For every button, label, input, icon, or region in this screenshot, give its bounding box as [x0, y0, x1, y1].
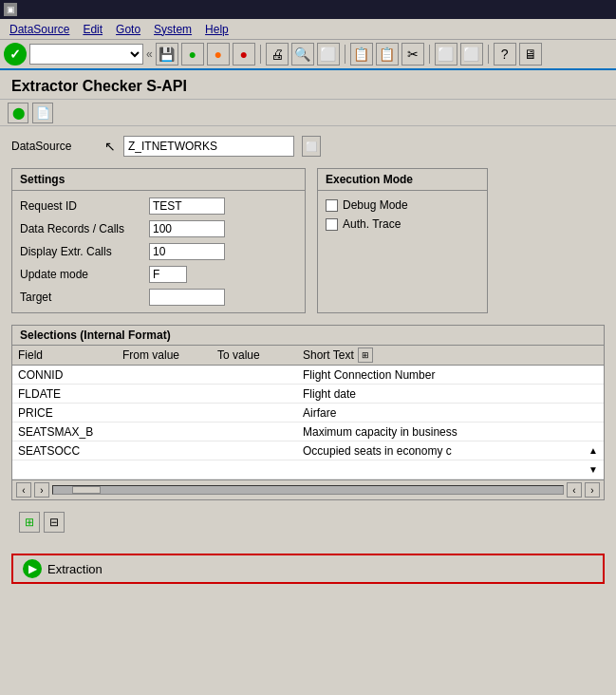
cell-short-1: Flight date [297, 385, 604, 404]
copy-icon[interactable]: 📋 [350, 43, 373, 66]
save-icon[interactable]: 💾 [156, 43, 178, 66]
cell-to-4[interactable] [212, 441, 297, 460]
menu-system[interactable]: System [148, 21, 197, 38]
find-next-icon[interactable]: ⬜ [317, 43, 340, 66]
settings-val-4[interactable] [149, 289, 225, 306]
cancel-icon[interactable]: ● [233, 43, 255, 66]
two-panel: Settings Request ID Data Records / Calls… [11, 168, 605, 313]
extraction-btn-label: Extraction [47, 562, 103, 576]
find-icon[interactable]: 🔍 [291, 43, 314, 66]
cell-from-4[interactable] [117, 441, 212, 460]
menu-datasource[interactable]: DataSource [4, 21, 75, 38]
settings-title: Settings [12, 169, 305, 191]
help-icon[interactable]: ? [494, 43, 516, 66]
settings-key-0: Request ID [16, 199, 149, 213]
bottom-btn-2[interactable]: ⊟ [44, 512, 65, 533]
exec-title: Execution Mode [318, 169, 487, 191]
settings-key-3: Update mode [16, 268, 149, 281]
command-select[interactable] [29, 44, 143, 65]
cell-empty-short: ▼ [297, 460, 604, 479]
bottom-toolbar: ⊞ ⊟ [11, 508, 605, 536]
print-icon[interactable]: 🖨 [266, 43, 289, 66]
cell-field-1: FLDATE [12, 385, 117, 404]
auth-trace-row: Auth. Trace [326, 217, 479, 231]
sub-toolbar: ⬤ 📄 [0, 100, 616, 126]
scroll-down-indicator: ▼ [588, 464, 598, 475]
col-header-field: Field [12, 346, 117, 366]
bottom-btn-1[interactable]: ⊞ [19, 512, 40, 533]
selections-table: Field From value To value Short Text ⊞ [12, 346, 604, 479]
settings-val-0[interactable] [149, 197, 225, 215]
cell-from-0[interactable] [117, 366, 212, 385]
sep2 [345, 45, 345, 64]
settings-key-1: Data Records / Calls [16, 222, 149, 235]
scroll-end-left-btn[interactable]: ‹ [567, 482, 582, 498]
settings-table: Request ID Data Records / Calls Display … [12, 191, 305, 312]
grid-settings-icon[interactable]: ⊞ [358, 348, 373, 363]
scroll-right-btn[interactable]: › [34, 482, 49, 498]
window-icon1[interactable]: ⬜ [435, 43, 457, 66]
col-header-from: From value [117, 346, 212, 366]
sub-btn-1[interactable]: ⬤ [8, 103, 28, 123]
sep4 [488, 45, 489, 64]
cell-from-1[interactable] [117, 385, 212, 404]
cell-short-0: Flight Connection Number [297, 366, 604, 385]
settings-val-1[interactable] [149, 220, 225, 237]
extraction-area: ▶ Extraction [0, 546, 616, 592]
datasource-popup-btn[interactable]: ⬜ [302, 136, 321, 157]
cell-field-3: SEATSMAX_B [12, 423, 117, 441]
cell-from-3[interactable] [117, 423, 212, 441]
page-title-bar: Extractor Checker S-API [0, 70, 616, 100]
back-icon: « [146, 47, 153, 61]
table-row: FLDATE Flight date [12, 385, 604, 404]
col-header-short: Short Text ⊞ [297, 346, 604, 366]
cell-empty-to[interactable] [212, 460, 297, 479]
window-icon2[interactable]: ⬜ [460, 43, 483, 66]
sep1 [260, 45, 261, 64]
execution-mode-panel: Execution Mode Debug Mode Auth. Trace [317, 168, 488, 313]
datasource-label: DataSource [11, 140, 97, 153]
scroll-track[interactable] [52, 485, 564, 495]
cell-field-4: SEATSOCC [12, 441, 117, 460]
cell-field-0: CONNID [12, 366, 117, 385]
exec-content: Debug Mode Auth. Trace [318, 191, 487, 238]
cell-to-1[interactable] [212, 385, 297, 404]
menu-goto[interactable]: Goto [110, 21, 146, 38]
cell-from-2[interactable] [117, 404, 212, 423]
settings-panel: Settings Request ID Data Records / Calls… [11, 168, 306, 313]
extraction-button[interactable]: ▶ Extraction [11, 554, 605, 584]
title-bar: ▣ [0, 0, 616, 19]
settings-key-4: Target [16, 291, 149, 304]
scroll-end-right-btn[interactable]: › [585, 482, 600, 498]
auth-trace-checkbox[interactable] [326, 218, 338, 231]
settings-val-2[interactable] [149, 243, 225, 260]
datasource-input[interactable]: Z_ITNETWORKS [123, 136, 294, 157]
settings-val-3[interactable] [149, 266, 187, 283]
cell-empty-from[interactable] [117, 460, 212, 479]
settings-row-0: Request ID [16, 195, 301, 217]
scroll-up-indicator: ▲ [588, 445, 598, 456]
cell-short-4: Occupied seats in economy c ▲ [297, 441, 604, 460]
table-row-empty: ▼ [12, 460, 604, 479]
monitor-icon[interactable]: 🖥 [519, 43, 542, 66]
menu-edit[interactable]: Edit [77, 21, 108, 38]
cut-icon[interactable]: ✂ [401, 43, 424, 66]
execute-icon[interactable]: ● [181, 43, 204, 66]
check-button[interactable]: ✓ [4, 43, 27, 66]
stop-icon[interactable]: ● [207, 43, 230, 66]
main-content: DataSource ↖ Z_ITNETWORKS ⬜ Settings Req… [0, 126, 616, 546]
menu-help[interactable]: Help [199, 21, 234, 38]
cell-to-0[interactable] [212, 366, 297, 385]
sub-btn-2[interactable]: 📄 [32, 103, 53, 123]
debug-mode-checkbox[interactable] [326, 199, 338, 212]
cell-short-3: Maximum capacity in business [297, 423, 604, 441]
cell-field-2: PRICE [12, 404, 117, 423]
scroll-left-btn[interactable]: ‹ [16, 482, 31, 498]
paste-icon[interactable]: 📋 [376, 43, 399, 66]
h-scroll-area: ‹ › ‹ › [12, 479, 604, 499]
table-row: PRICE Airfare [12, 404, 604, 423]
cell-to-3[interactable] [212, 423, 297, 441]
scroll-thumb [72, 486, 101, 494]
cell-to-2[interactable] [212, 404, 297, 423]
settings-row-1: Data Records / Calls [16, 217, 301, 240]
